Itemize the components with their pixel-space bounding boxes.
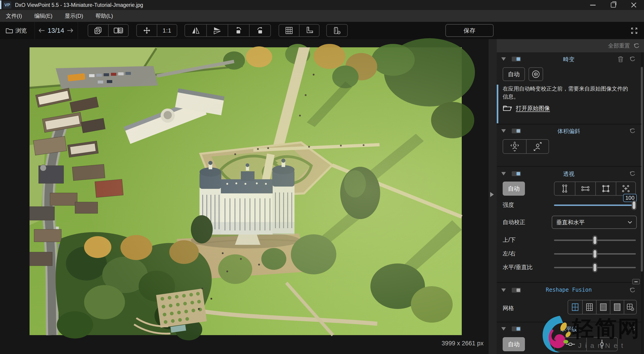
restore-button[interactable] (603, 0, 624, 10)
auto-correct-label: 自动校正 (503, 218, 526, 226)
minimize-button[interactable] (583, 0, 603, 10)
section-divider (497, 322, 641, 322)
image-navigator: 13/14 (38, 24, 74, 37)
pan-tool-button[interactable] (137, 25, 157, 36)
menu-file[interactable]: 文件(I) (6, 12, 28, 20)
strength-slider-fill (554, 205, 634, 206)
force-horizontal-button[interactable] (575, 182, 595, 195)
strength-label: 强度 (503, 201, 514, 209)
next-image-arrow-icon[interactable] (67, 28, 74, 33)
split-view-icon (114, 27, 124, 34)
force-rectangle-button[interactable] (595, 182, 616, 195)
h-v-ratio-slider[interactable] (554, 267, 636, 268)
photo-artwork (30, 47, 462, 335)
left-right-slider-handle[interactable] (593, 249, 597, 258)
level-horizontal-icon (565, 342, 575, 346)
auto-correct-value: 垂直和水平 (556, 219, 628, 226)
split-view-button[interactable] (108, 25, 128, 36)
panel-splitter-handle[interactable] (632, 279, 640, 284)
eight-point-button[interactable] (616, 182, 635, 195)
reset-all-label[interactable]: 全部重置 (608, 42, 630, 49)
transform-group (184, 24, 271, 37)
section-divider (497, 282, 641, 283)
menu-view[interactable]: 显示(D) (65, 12, 90, 20)
volume-hv-button[interactable] (503, 140, 526, 153)
panel-scrollbar-thumb[interactable] (641, 67, 643, 272)
trash-icon[interactable] (618, 56, 624, 62)
force-vertical-button[interactable] (554, 182, 575, 195)
menu-help[interactable]: 帮助(L) (96, 12, 119, 20)
rotate-cw-icon (256, 26, 264, 35)
h-v-ratio-slider-handle[interactable] (593, 263, 597, 272)
reset-section-icon[interactable] (629, 287, 636, 293)
photo-viewer[interactable] (30, 47, 462, 335)
grid-6x6-button[interactable] (596, 300, 610, 314)
menu-edit[interactable]: 编辑(E) (34, 12, 59, 20)
grid-4x4-button[interactable] (582, 300, 596, 314)
reset-all-icon[interactable] (633, 43, 640, 49)
grid-overlay-button[interactable] (279, 25, 299, 36)
rotate-right-button[interactable] (249, 25, 270, 36)
eight-point-icon (622, 184, 630, 193)
distortion-title: 畸变 (500, 56, 638, 63)
h-v-ratio-label: 水平/垂直比 (503, 263, 533, 271)
strength-slider[interactable] (554, 205, 636, 206)
toolbar: 浏览 13/14 (0, 22, 644, 39)
browse-button[interactable]: 浏览 (6, 24, 27, 37)
folder-icon (6, 27, 13, 34)
pan-move-icon (143, 26, 151, 35)
auto-correct-dropdown[interactable]: 垂直和水平 (552, 216, 637, 229)
horizon-level-vertical-button[interactable] (586, 338, 617, 351)
lens-distortion-icon (532, 70, 540, 79)
volume-title: 体积偏斜 (500, 127, 638, 135)
grid-settings-button[interactable] (624, 300, 636, 314)
reshape-title: Reshape Fusion (500, 287, 638, 293)
distortion-section-header: 畸变 (500, 55, 638, 64)
compare-before-after-button[interactable] (88, 25, 108, 36)
panel-scrollbar-track[interactable] (641, 52, 644, 354)
person-diagonal-arrows-icon (533, 142, 542, 151)
measure-settings-button[interactable] (327, 25, 347, 36)
grid-dense-button[interactable] (610, 300, 624, 314)
reset-section-icon[interactable] (629, 128, 636, 134)
panel-collapse-handle[interactable] (490, 192, 494, 197)
measure-group (326, 24, 348, 37)
up-down-slider-handle[interactable] (593, 236, 597, 245)
zoom-1to1-button[interactable]: 1:1 (157, 25, 177, 36)
flip-horizontal-button[interactable] (185, 25, 206, 36)
prev-image-arrow-icon[interactable] (38, 28, 45, 33)
grid-6x6-icon (600, 303, 607, 311)
auto-label: 自动 (508, 340, 520, 348)
flip-horizontal-icon (192, 27, 200, 34)
panel-header: 全部重置 (497, 39, 644, 52)
minimize-icon (590, 5, 596, 6)
horizon-auto-button[interactable]: 自动 (503, 337, 525, 351)
grid-2x2-button[interactable] (568, 300, 582, 314)
perspective-auto-button[interactable]: 自动 (503, 182, 525, 196)
distortion-auto-button[interactable]: 自动 (503, 67, 525, 81)
horizon-level-horizontal-button[interactable] (554, 338, 586, 351)
open-original-image-link[interactable]: 打开原始图像 (503, 104, 550, 112)
reset-section-icon[interactable] (629, 56, 636, 62)
grid-density-group (568, 300, 637, 314)
close-button[interactable] (624, 0, 644, 10)
ruler-overlay-button[interactable] (299, 25, 319, 36)
person-hv-arrows-icon (510, 142, 519, 151)
volume-section-header: 体积偏斜 (500, 126, 638, 136)
grid-label: 网格 (503, 304, 514, 312)
level-vertical-icon (600, 339, 604, 349)
grid-dense-icon (613, 303, 621, 311)
strength-slider-handle[interactable] (632, 201, 636, 210)
distortion-manual-button[interactable] (528, 67, 543, 81)
up-down-slider[interactable] (554, 240, 636, 241)
left-right-slider[interactable] (554, 253, 636, 255)
strength-value: 100 (625, 195, 634, 201)
rotate-left-button[interactable] (228, 25, 249, 36)
flip-vertical-button[interactable] (206, 25, 228, 36)
reset-section-icon[interactable] (629, 326, 636, 332)
reset-section-icon[interactable] (629, 171, 636, 176)
fullscreen-button[interactable] (629, 26, 640, 36)
title-accent-bar (0, 1, 1, 9)
save-button[interactable]: 保存 (446, 24, 494, 37)
volume-diagonal-button[interactable] (526, 140, 548, 153)
